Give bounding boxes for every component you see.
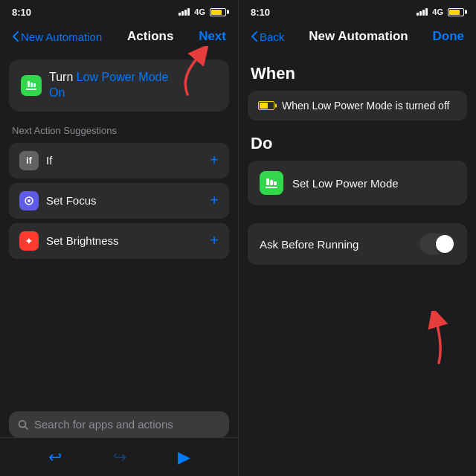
- if-icon: if: [19, 151, 39, 170]
- svg-rect-3: [26, 89, 36, 90]
- set-focus-icon: [19, 191, 39, 210]
- action-state: On: [49, 86, 65, 99]
- nav-bar-left: New Automation Actions Next: [0, 21, 238, 54]
- toggle-arrow-annotation: [416, 311, 461, 373]
- svg-rect-0: [28, 81, 30, 87]
- suggestion-set-focus-label: Set Focus: [46, 194, 202, 207]
- right-panel: 8:10 4G Back New Automation Done When: [238, 0, 476, 476]
- search-icon: [18, 419, 28, 430]
- if-add-button[interactable]: +: [210, 152, 219, 169]
- do-card[interactable]: Set Low Power Mode: [248, 161, 467, 205]
- battery-icon-right: [448, 8, 464, 16]
- power-icon: [25, 80, 37, 91]
- ask-before-running-toggle[interactable]: [419, 234, 455, 254]
- battery-icon-left: [210, 8, 226, 16]
- when-row[interactable]: When Low Power Mode is turned off: [248, 91, 467, 120]
- done-button[interactable]: Done: [433, 29, 465, 44]
- battery-status-icon: [258, 101, 274, 110]
- when-condition-text: When Low Power Mode is turned off: [282, 100, 449, 112]
- suggestion-set-focus[interactable]: Set Focus +: [9, 183, 229, 219]
- status-bar-right: 8:10 4G: [239, 0, 476, 21]
- signal-icon-left: [178, 8, 190, 16]
- back-label-right: Back: [260, 30, 284, 43]
- toggle-knob: [436, 235, 454, 253]
- svg-rect-1: [30, 83, 33, 87]
- network-right: 4G: [432, 7, 443, 16]
- ask-before-running-label: Ask Before Running: [260, 238, 358, 251]
- search-placeholder: Search for apps and actions: [34, 418, 173, 431]
- svg-rect-9: [266, 178, 269, 185]
- set-focus-add-button[interactable]: +: [210, 192, 219, 209]
- svg-rect-11: [274, 181, 277, 185]
- network-left: 4G: [194, 7, 205, 16]
- do-title: Do: [239, 123, 476, 158]
- svg-rect-10: [270, 180, 273, 185]
- action-text: Turn Low Power Mode On: [49, 70, 168, 101]
- suggestions-label: Next Action Suggestions: [0, 118, 238, 141]
- set-brightness-add-button[interactable]: +: [210, 232, 219, 249]
- do-icon: [260, 171, 283, 195]
- action-card[interactable]: Turn Low Power Mode On: [9, 60, 229, 112]
- set-brightness-icon: ✦: [19, 231, 39, 251]
- signal-icon-right: [416, 8, 428, 16]
- suggestion-if[interactable]: if If +: [9, 143, 229, 178]
- redo-button[interactable]: ↪: [113, 448, 126, 467]
- bottom-toolbar-left: ↩ ↪ ▶: [0, 437, 238, 476]
- search-bar[interactable]: Search for apps and actions: [9, 411, 229, 437]
- action-mode: Low Power Mode: [77, 71, 169, 83]
- status-icons-left: 4G: [178, 7, 226, 16]
- back-label-left: New Automation: [21, 30, 102, 43]
- status-icons-right: 4G: [416, 7, 464, 16]
- nav-title-right: New Automation: [284, 29, 432, 44]
- do-action-text: Set Low Power Mode: [292, 177, 399, 190]
- status-bar-left: 8:10 4G: [0, 0, 238, 21]
- svg-point-6: [28, 199, 30, 202]
- red-arrow-toggle: [416, 311, 461, 370]
- suggestion-if-label: If: [46, 154, 202, 167]
- ask-before-running-row[interactable]: Ask Before Running: [248, 223, 467, 265]
- back-button-right[interactable]: Back: [251, 30, 284, 43]
- nav-title-left: Actions: [102, 29, 199, 44]
- svg-rect-2: [33, 83, 36, 87]
- svg-rect-12: [266, 187, 277, 188]
- suggestion-set-brightness[interactable]: ✦ Set Brightness +: [9, 223, 229, 259]
- nav-bar-right: Back New Automation Done: [239, 21, 476, 54]
- when-title: When: [239, 54, 476, 88]
- time-left: 8:10: [12, 7, 31, 18]
- time-right: 8:10: [251, 7, 270, 18]
- low-power-icon: [21, 75, 42, 96]
- next-button[interactable]: Next: [199, 29, 226, 44]
- power-mode-icon: [265, 176, 278, 190]
- suggestion-set-brightness-label: Set Brightness: [46, 234, 202, 247]
- run-button[interactable]: ▶: [178, 448, 190, 467]
- back-button-left[interactable]: New Automation: [12, 30, 102, 43]
- left-panel: 8:10 4G New Automation Actions Next: [0, 0, 238, 476]
- action-turn: Turn: [49, 71, 73, 83]
- chevron-left-icon-right: [251, 30, 258, 42]
- chevron-left-icon-left: [12, 30, 19, 42]
- undo-button[interactable]: ↩: [48, 448, 62, 467]
- svg-line-8: [25, 426, 28, 429]
